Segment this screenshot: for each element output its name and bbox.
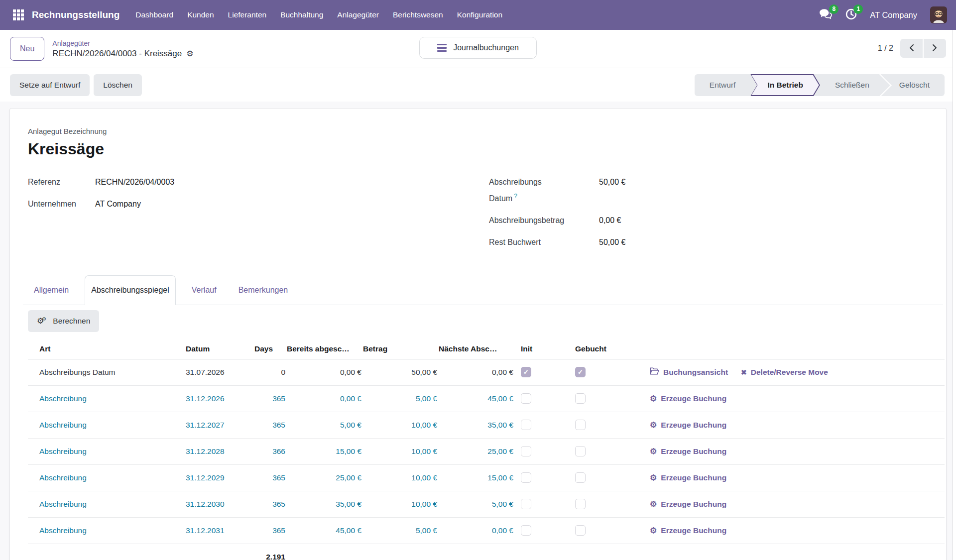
column-header-3[interactable]: Days: [254, 339, 287, 359]
gebucht-checkbox[interactable]: [575, 472, 586, 483]
scrollbar[interactable]: [953, 30, 956, 560]
gebucht-checkbox[interactable]: [575, 420, 586, 430]
table-row[interactable]: Abschreibungs Datum31.07.202600,00 €50,0…: [28, 359, 945, 385]
erzeuge-buchung-button[interactable]: ⚙Erzeuge Buchung: [650, 447, 726, 456]
depreciation-line-link[interactable]: Abschreibung: [39, 447, 87, 455]
init-checkbox[interactable]: [521, 420, 531, 430]
field-label: Unternehmen: [28, 197, 95, 211]
menu-item-konfiguration[interactable]: Konfiguration: [450, 0, 509, 30]
column-header-4[interactable]: Bereits abgesc…: [287, 339, 363, 359]
erzeuge-buchung-button[interactable]: ⚙Erzeuge Buchung: [650, 526, 726, 535]
cell-naechste: 25,00 €: [439, 438, 515, 464]
menu-item-anlagegüter[interactable]: Anlagegüter: [330, 0, 386, 30]
pager-next-button[interactable]: [924, 39, 946, 58]
cell-betrag: 5,00 €: [363, 517, 439, 544]
cell-art: Abschreibung: [28, 491, 177, 517]
table-row[interactable]: Abschreibung31.12.203136545,00 €5,00 €0,…: [28, 517, 945, 544]
menu-item-dashboard[interactable]: Dashboard: [128, 0, 180, 30]
tab-verlauf[interactable]: Verlauf: [186, 275, 223, 305]
action-label: Erzeuge Buchung: [661, 473, 726, 482]
status-step-entwurf[interactable]: Entwurf: [695, 74, 751, 96]
cell-datum: 31.12.2026: [177, 385, 254, 412]
menu-item-buchhaltung[interactable]: Buchhaltung: [273, 0, 330, 30]
field-value[interactable]: 50,00 €: [599, 175, 625, 206]
cell-init: ✓: [515, 359, 563, 385]
erzeuge-buchung-button[interactable]: ⚙Erzeuge Buchung: [650, 473, 726, 482]
column-header-2[interactable]: Datum: [177, 339, 254, 359]
column-header-8[interactable]: Gebucht: [563, 339, 618, 359]
init-checkbox[interactable]: [521, 393, 531, 404]
new-button[interactable]: Neu: [10, 37, 44, 61]
menu-item-kunden[interactable]: Kunden: [180, 0, 221, 30]
column-header-actions: [618, 339, 945, 359]
user-avatar[interactable]: [930, 6, 947, 23]
init-checkbox[interactable]: [521, 472, 531, 483]
column-header-6[interactable]: Nächste Absc…: [439, 339, 515, 359]
help-icon[interactable]: ?: [514, 193, 517, 200]
cell-actions: Buchungsansicht✖Delete/Reverse Move: [618, 359, 945, 385]
apps-grid-icon[interactable]: [13, 9, 24, 20]
cell-init: [515, 412, 563, 438]
asset-name[interactable]: Kreissäge: [28, 138, 943, 159]
field-value[interactable]: 50,00 €: [599, 235, 625, 249]
cell-days: 0: [254, 359, 287, 385]
init-checkbox[interactable]: [521, 446, 531, 456]
delete-button[interactable]: Löschen: [94, 74, 142, 96]
field-value[interactable]: 0,00 €: [599, 214, 621, 227]
set-to-draft-button[interactable]: Setze auf Entwurf: [10, 74, 90, 96]
init-checkbox[interactable]: [521, 499, 531, 509]
tab-allgemein[interactable]: Allgemein: [28, 275, 75, 305]
company-switcher[interactable]: AT Company: [870, 10, 917, 20]
gear-icon: ⚙: [650, 500, 657, 509]
menu-item-berichtswesen[interactable]: Berichtswesen: [386, 0, 450, 30]
gebucht-checkbox[interactable]: [575, 525, 586, 536]
erzeuge-buchung-button[interactable]: ⚙Erzeuge Buchung: [650, 500, 726, 509]
table-row[interactable]: Abschreibung31.12.20263650,00 €5,00 €45,…: [28, 385, 945, 412]
table-row[interactable]: Abschreibung31.12.20273655,00 €10,00 €35…: [28, 412, 945, 438]
depreciation-line-link[interactable]: Abschreibung: [39, 526, 87, 535]
table-row[interactable]: Abschreibung31.12.202936525,00 €10,00 €1…: [28, 464, 945, 491]
column-header-5[interactable]: Betrag: [363, 339, 439, 359]
erzeuge-buchung-button[interactable]: ⚙Erzeuge Buchung: [650, 421, 726, 430]
app-title[interactable]: Rechnungsstellung: [32, 9, 120, 20]
cell-gebucht: [563, 385, 618, 412]
depreciation-line-link[interactable]: Abschreibung: [39, 394, 87, 403]
field-label: Rest Buchwert: [489, 235, 569, 249]
status-step-gelöscht[interactable]: Gelöscht: [884, 74, 945, 96]
init-checkbox[interactable]: ✓: [521, 367, 531, 377]
gebucht-checkbox[interactable]: [575, 446, 586, 456]
gebucht-checkbox[interactable]: [575, 499, 586, 509]
gear-icon: ⚙: [650, 473, 657, 482]
status-step-schließen[interactable]: Schließen: [820, 74, 884, 96]
gebucht-checkbox[interactable]: [575, 393, 586, 404]
depreciation-line-link[interactable]: Abschreibung: [39, 500, 87, 508]
column-header-1[interactable]: Art: [28, 339, 177, 359]
breadcrumb-parent-link[interactable]: Anlagegüter: [52, 39, 193, 47]
status-step-in-betrieb[interactable]: In Betrieb: [750, 74, 820, 96]
erzeuge-buchung-button[interactable]: ⚙Erzeuge Buchung: [650, 394, 726, 403]
field-group-left: ReferenzRECHN/2026/04/0003UnternehmenAT …: [28, 175, 376, 257]
gebucht-checkbox[interactable]: ✓: [575, 367, 586, 377]
init-checkbox[interactable]: [521, 525, 531, 536]
depreciation-line-link[interactable]: Abschreibung: [39, 473, 87, 482]
menu-item-lieferanten[interactable]: Lieferanten: [221, 0, 274, 30]
field-value[interactable]: RECHN/2026/04/0003: [95, 175, 174, 189]
tab-bemerkungen[interactable]: Bemerkungen: [233, 275, 294, 305]
pager-previous-button[interactable]: [900, 39, 923, 58]
field-value[interactable]: AT Company: [95, 197, 141, 211]
cell-gebucht: [563, 412, 618, 438]
messages-button[interactable]: 8: [819, 8, 833, 22]
table-row[interactable]: Abschreibung31.12.203036535,00 €10,00 €5…: [28, 491, 945, 517]
compute-button[interactable]: ⚙⚙ Berechnen: [28, 310, 99, 332]
cell-bereits: 0,00 €: [287, 359, 363, 385]
column-header-7[interactable]: Init: [515, 339, 563, 359]
depreciation-date-label: Abschreibungs Datum: [39, 368, 116, 376]
depreciation-line-link[interactable]: Abschreibung: [39, 421, 87, 429]
table-row[interactable]: Abschreibung31.12.202836615,00 €10,00 €2…: [28, 438, 945, 464]
journal-entries-button[interactable]: Journalbuchungen: [419, 37, 537, 59]
delete-reverse-move-button[interactable]: ✖Delete/Reverse Move: [741, 368, 828, 377]
activities-button[interactable]: 1: [845, 8, 857, 22]
settings-gear-icon[interactable]: ⚙: [186, 50, 193, 58]
buchungsansicht-button[interactable]: Buchungsansicht: [650, 367, 728, 377]
tab-abschreibungsspiegel[interactable]: Abschreibungsspiegel: [85, 275, 176, 305]
